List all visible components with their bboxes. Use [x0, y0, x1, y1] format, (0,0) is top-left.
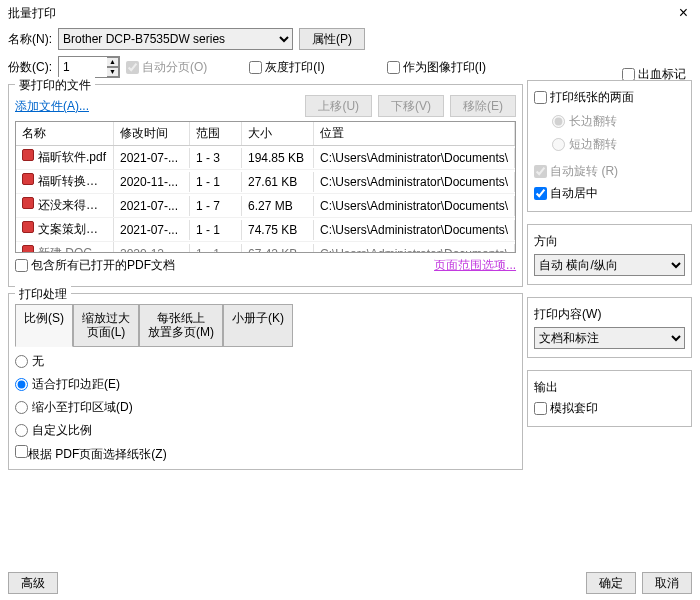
- cancel-button[interactable]: 取消: [642, 572, 692, 594]
- table-row[interactable]: 文案策划人员需...2021-07-...1 - 174.75 KBC:\Use…: [16, 218, 515, 242]
- simulate-overprint-checkbox[interactable]: 模拟套印: [534, 400, 598, 417]
- select-paper-by-page-checkbox[interactable]: 根据 PDF页面选择纸张(Z): [15, 445, 516, 463]
- table-row[interactable]: 福昕转换器演示...2020-11-...1 - 127.61 KBC:\Use…: [16, 170, 515, 194]
- output-label: 输出: [534, 379, 685, 396]
- auto-rotate-checkbox: 自动旋转 (R): [534, 163, 618, 180]
- remove-button[interactable]: 移除(E): [450, 95, 516, 117]
- col-loc[interactable]: 位置: [314, 122, 515, 145]
- scale-none-radio[interactable]: 无: [15, 353, 516, 370]
- close-icon[interactable]: ×: [675, 4, 692, 22]
- grayscale-checkbox[interactable]: 灰度打印(I): [249, 59, 324, 76]
- copies-spinner-down[interactable]: ▼: [107, 67, 119, 77]
- image-print-checkbox[interactable]: 作为图像打印(I): [387, 59, 486, 76]
- move-up-button[interactable]: 上移(U): [305, 95, 372, 117]
- orientation-label: 方向: [534, 233, 685, 250]
- handling-group-title: 打印处理: [15, 286, 71, 303]
- scale-shrink-area-radio[interactable]: 缩小至打印区域(D): [15, 399, 516, 416]
- col-size[interactable]: 大小: [242, 122, 314, 145]
- table-row[interactable]: 还没来得及告别...2021-07-...1 - 76.27 MBC:\User…: [16, 194, 515, 218]
- pdf-icon: [22, 197, 34, 209]
- duplex-checkbox[interactable]: 打印纸张的两面: [534, 89, 634, 106]
- copies-spinner-up[interactable]: ▲: [107, 57, 119, 67]
- orientation-select[interactable]: 自动 横向/纵向: [534, 254, 685, 276]
- col-range[interactable]: 范围: [190, 122, 242, 145]
- pdf-icon: [22, 221, 34, 233]
- scale-custom-radio[interactable]: 自定义比例: [15, 422, 516, 439]
- tab-scale[interactable]: 比例(S): [15, 304, 73, 347]
- table-row[interactable]: 新建 DOCY 文档2020-12-1 - 167.42 KBC:\Users\…: [16, 242, 515, 253]
- tab-fit-large[interactable]: 缩放过大 页面(L): [73, 304, 139, 347]
- pdf-icon: [22, 245, 34, 253]
- add-files-link[interactable]: 添加文件(A)...: [15, 95, 89, 117]
- printer-select[interactable]: Brother DCP-B7535DW series: [58, 28, 293, 50]
- tab-multi-per-sheet[interactable]: 每张纸上 放置多页(M): [139, 304, 223, 347]
- tab-booklet[interactable]: 小册子(K): [223, 304, 293, 347]
- ok-button[interactable]: 确定: [586, 572, 636, 594]
- table-row[interactable]: 福昕软件.pdf2021-07-...1 - 3194.85 KBC:\User…: [16, 146, 515, 170]
- col-name[interactable]: 名称: [16, 122, 114, 145]
- printer-label: 名称(N):: [8, 31, 52, 48]
- window-title: 批量打印: [8, 5, 56, 22]
- col-date[interactable]: 修改时间: [114, 122, 190, 145]
- copies-input[interactable]: [59, 60, 107, 74]
- scale-fit-margin-radio[interactable]: 适合打印边距(E): [15, 376, 516, 393]
- collate-checkbox: 自动分页(O): [126, 59, 207, 76]
- long-edge-radio: 长边翻转: [552, 113, 685, 130]
- pdf-icon: [22, 173, 34, 185]
- page-range-options-link[interactable]: 页面范围选项...: [434, 257, 516, 274]
- print-content-select[interactable]: 文档和标注: [534, 327, 685, 349]
- file-list[interactable]: 名称 修改时间 范围 大小 位置 福昕软件.pdf2021-07-...1 - …: [15, 121, 516, 253]
- short-edge-radio: 短边翻转: [552, 136, 685, 153]
- files-group-title: 要打印的文件: [15, 77, 95, 94]
- print-content-label: 打印内容(W): [534, 306, 685, 323]
- copies-label: 份数(C):: [8, 59, 52, 76]
- printer-properties-button[interactable]: 属性(P): [299, 28, 365, 50]
- advanced-button[interactable]: 高级: [8, 572, 58, 594]
- pdf-icon: [22, 149, 34, 161]
- move-down-button[interactable]: 下移(V): [378, 95, 444, 117]
- include-opened-checkbox[interactable]: 包含所有已打开的PDF文档: [15, 257, 175, 274]
- auto-center-checkbox[interactable]: 自动居中: [534, 185, 598, 202]
